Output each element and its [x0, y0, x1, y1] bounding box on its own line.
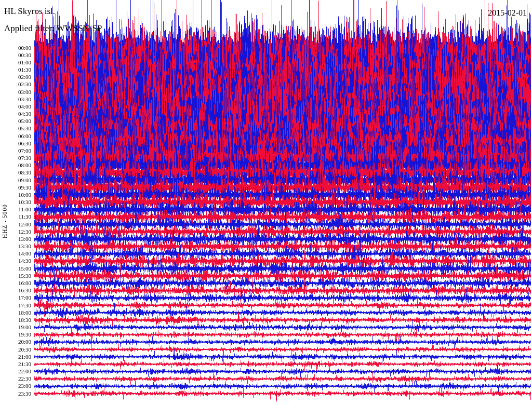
time-label: 08:00 [0, 163, 31, 168]
time-label: 12:30 [0, 229, 31, 235]
time-label: 23:00 [0, 383, 31, 389]
time-label: 18:30 [0, 317, 31, 323]
time-label: 16:30 [0, 288, 31, 293]
time-label: 01:00 [0, 60, 31, 65]
station-title: HL Skyros isl. [4, 7, 55, 16]
time-label: 10:30 [0, 199, 31, 205]
time-label: 11:30 [0, 214, 31, 220]
time-label: 09:00 [0, 178, 31, 183]
time-label: 18:00 [0, 310, 31, 316]
time-label: 08:30 [0, 170, 31, 176]
time-label: 23:30 [0, 391, 31, 397]
time-label: 00:00 [0, 45, 31, 51]
time-label: 11:00 [0, 207, 31, 212]
date-label: 2015-02-01 [488, 8, 527, 18]
time-label: 19:00 [0, 325, 31, 330]
time-label: 06:30 [0, 141, 31, 146]
time-label: 20:30 [0, 347, 31, 353]
time-label: 05:00 [0, 118, 31, 124]
time-label: 03:30 [0, 97, 31, 102]
time-label: 13:00 [0, 236, 31, 242]
seismogram-traces-canvas [0, 0, 532, 405]
time-label: 20:00 [0, 339, 31, 345]
time-label: 17:30 [0, 303, 31, 308]
time-label: 12:00 [0, 222, 31, 227]
time-label: 22:00 [0, 369, 31, 374]
time-label: 15:00 [0, 266, 31, 272]
time-label: 14:30 [0, 258, 31, 264]
time-label: 05:30 [0, 126, 31, 131]
time-label: 21:30 [0, 361, 31, 367]
time-label: 04:30 [0, 111, 31, 117]
time-label: 15:30 [0, 273, 31, 279]
time-label: 02:30 [0, 82, 31, 87]
time-label: 07:30 [0, 155, 31, 161]
time-label: 04:00 [0, 104, 31, 110]
time-label: 17:00 [0, 295, 31, 301]
time-label: 10:00 [0, 192, 31, 198]
time-label: 21:00 [0, 354, 31, 360]
time-label: 19:30 [0, 332, 31, 338]
helicorder-plot: HL Skyros isl. Applied filter: WWSSN-SP … [0, 0, 532, 405]
applied-filter-label: Applied filter: WWSSN-SP [4, 24, 102, 33]
time-label: 22:30 [0, 376, 31, 382]
time-label: 03:00 [0, 89, 31, 95]
time-label: 00:30 [0, 52, 31, 58]
time-label: 01:30 [0, 67, 31, 73]
time-label: 13:30 [0, 244, 31, 249]
time-label: 07:00 [0, 148, 31, 154]
time-label: 09:30 [0, 185, 31, 191]
time-label: 02:00 [0, 74, 31, 80]
time-label: 06:00 [0, 133, 31, 139]
time-label: 16:00 [0, 280, 31, 286]
time-label: 14:00 [0, 251, 31, 256]
